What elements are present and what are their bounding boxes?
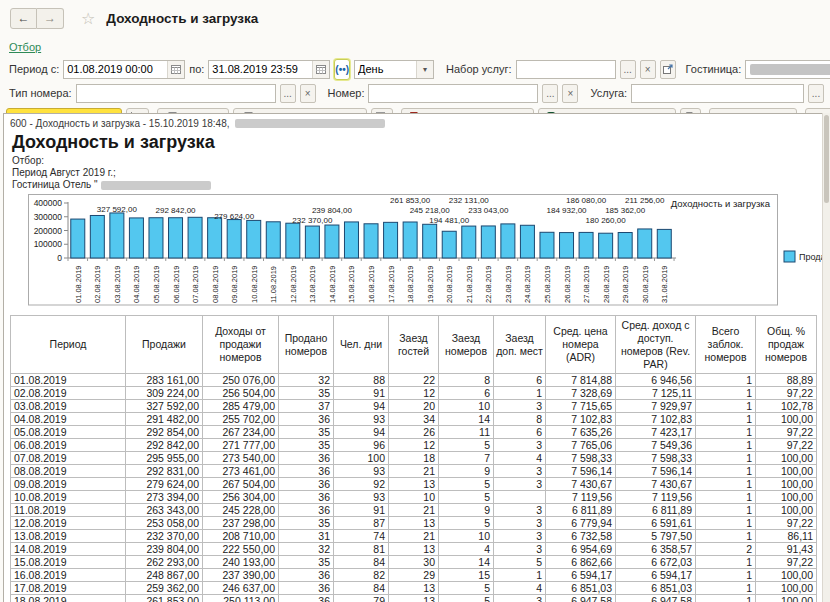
room-more-button[interactable]: ...	[542, 84, 558, 103]
value-cell: 6	[494, 374, 546, 387]
x-axis-label: 24.08.2019	[523, 265, 532, 303]
value-cell: 285 479,00	[203, 400, 279, 413]
value-cell: 7 635,26	[546, 426, 616, 439]
value-cell: 7 929,97	[616, 400, 696, 413]
value-cell: 6	[494, 426, 546, 439]
value-cell: 10	[439, 400, 494, 413]
period-from-label: Период с:	[9, 63, 59, 75]
service-set-clear-button[interactable]: ×	[640, 60, 656, 79]
forward-button[interactable]: →	[37, 8, 64, 29]
service-label: Услуга:	[590, 87, 627, 99]
value-cell: 7 423,17	[616, 426, 696, 439]
period-cell: 04.08.2019	[11, 413, 126, 426]
chart-bar	[384, 222, 398, 258]
room-type-input[interactable]	[77, 85, 275, 102]
value-cell: 1	[696, 556, 756, 569]
period-cell: 10.08.2019	[11, 491, 126, 504]
room-type-more-button[interactable]: ...	[280, 84, 296, 103]
hotel-field[interactable]	[745, 60, 830, 79]
room-input[interactable]	[369, 85, 537, 102]
column-header: Заезд номеров	[439, 316, 494, 374]
value-cell: 32	[279, 374, 334, 387]
value-cell: 97,22	[756, 387, 817, 400]
granularity-dropdown-button[interactable]: ▾	[416, 61, 433, 78]
period-to-input[interactable]	[209, 61, 312, 78]
x-axis-label: 02.08.2019	[93, 265, 102, 303]
scrollbar-thumb[interactable]	[824, 115, 829, 203]
room-clear-button[interactable]: ×	[562, 84, 578, 103]
value-cell: 1	[696, 491, 756, 504]
chart-bar	[344, 222, 358, 258]
x-axis-label: 12.08.2019	[289, 265, 298, 303]
value-cell: 13	[389, 517, 439, 530]
chart-bar	[169, 218, 183, 258]
value-cell: 292 842,00	[126, 439, 203, 452]
value-cell: 7 430,67	[616, 478, 696, 491]
value-cell: 31	[279, 530, 334, 543]
x-axis-label: 04.08.2019	[132, 265, 141, 303]
value-cell: 5	[439, 595, 494, 602]
chart-bar	[442, 231, 456, 258]
value-cell: 100,00	[756, 478, 817, 491]
calendar-button[interactable]	[312, 61, 329, 78]
service-more-button[interactable]: ...	[808, 84, 824, 103]
column-header: Общ. % продаж номеров	[756, 316, 817, 374]
value-cell: 11	[439, 426, 494, 439]
report-filter-hotel-text: Гостиница Отель "	[12, 179, 98, 191]
value-cell: 7 430,67	[546, 478, 616, 491]
value-cell: 7 765,06	[546, 439, 616, 452]
value-cell: 239 804,00	[126, 543, 203, 556]
chart-bar	[579, 232, 593, 258]
value-cell: 259 362,00	[126, 582, 203, 595]
table-row: 04.08.2019291 482,00255 702,003693341487…	[11, 413, 817, 426]
value-cell: 13	[389, 595, 439, 602]
bar-value-label: 186 080,00	[566, 196, 607, 205]
app-window: ← → ☆ Доходность и загрузка Отбор Период…	[0, 0, 830, 602]
service-input[interactable]	[632, 85, 803, 102]
period-from-input[interactable]	[64, 61, 167, 78]
value-cell: 1	[696, 478, 756, 491]
table-row: 03.08.2019327 592,00285 479,003794201037…	[11, 400, 817, 413]
value-cell: 8	[494, 413, 546, 426]
value-cell: 232 370,00	[126, 530, 203, 543]
room-type-clear-button[interactable]: ×	[300, 84, 316, 103]
service-set-more-button[interactable]: ...	[620, 60, 636, 79]
column-header: Всего заблок. номеров	[696, 316, 756, 374]
value-cell: 292 831,00	[126, 465, 203, 478]
table-row: 18.08.2019261 853,00250 113,00367913536 …	[11, 595, 817, 602]
value-cell: 1	[696, 387, 756, 400]
open-icon	[663, 64, 673, 74]
value-cell: 273 461,00	[203, 465, 279, 478]
service-set-open-button[interactable]	[660, 60, 676, 79]
value-cell: 100,00	[756, 582, 817, 595]
value-cell: 13	[389, 478, 439, 491]
value-cell: 8	[439, 374, 494, 387]
value-cell: 7 596,14	[546, 465, 616, 478]
y-tick-label: 100000	[34, 239, 63, 249]
chart-bar	[423, 224, 437, 258]
granularity-field: ▾	[354, 60, 434, 79]
value-cell: 9	[439, 504, 494, 517]
value-cell: 18	[389, 452, 439, 465]
vertical-scrollbar[interactable]	[822, 113, 830, 602]
granularity-input[interactable]	[355, 61, 416, 78]
value-cell: 3	[494, 517, 546, 530]
period-cell: 08.08.2019	[11, 465, 126, 478]
value-cell: 35	[279, 439, 334, 452]
calendar-button[interactable]	[167, 61, 184, 78]
favorite-star-icon[interactable]: ☆	[81, 9, 95, 28]
chart-bar	[247, 220, 261, 258]
value-cell: 208 710,00	[203, 530, 279, 543]
value-cell: 7 814,88	[546, 374, 616, 387]
period-variants-button[interactable]: (••)	[334, 59, 350, 80]
filter-link[interactable]: Отбор	[9, 41, 41, 53]
value-cell: 237 390,00	[203, 569, 279, 582]
x-axis-label: 15.08.2019	[347, 265, 356, 303]
value-cell: 273 394,00	[126, 491, 203, 504]
value-cell: 35	[279, 556, 334, 569]
back-button[interactable]: ←	[10, 8, 37, 29]
nav-buttons: ← →	[10, 8, 64, 29]
value-cell: 5	[439, 439, 494, 452]
filter-link-row: Отбор	[0, 36, 830, 57]
service-set-input[interactable]	[517, 61, 615, 78]
